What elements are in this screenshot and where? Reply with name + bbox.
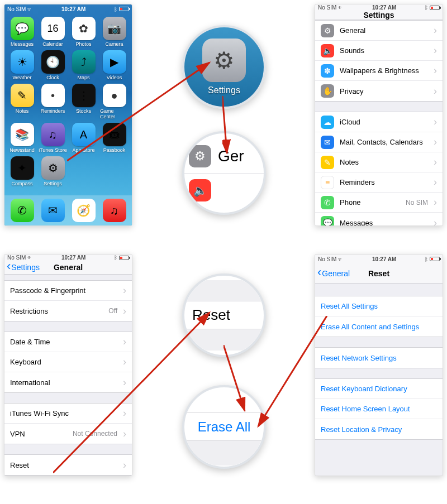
bluetooth-icon: ᛒ <box>425 256 428 262</box>
row-label: Messages <box>340 219 428 227</box>
app-icon: ☀ <box>11 50 34 74</box>
chevron-right-icon: › <box>434 156 437 168</box>
app-camera[interactable]: 📷Camera <box>100 17 129 47</box>
chevron-left-icon <box>317 269 321 278</box>
app-label: Photos <box>75 41 91 47</box>
settings-row-reminders[interactable]: ≡Reminders› <box>315 172 443 193</box>
row-label: Privacy <box>340 87 428 95</box>
row-date-time[interactable]: Date & Time› <box>4 332 132 352</box>
general-section: Date & Time›Keyboard›International› <box>4 332 132 393</box>
magnifier-text: Reset <box>184 301 264 329</box>
row-reset-home-screen-layout[interactable]: Reset Home Screen Layout <box>315 399 443 419</box>
chevron-right-icon: › <box>123 285 126 296</box>
settings-row-messages[interactable]: 💬Messages› <box>315 213 443 226</box>
row-restrictions[interactable]: RestrictionsOff› <box>4 301 132 321</box>
dock-app-safari[interactable]: 🧭 <box>72 199 96 222</box>
navbar: Settings <box>315 11 443 20</box>
row-icon: ✆ <box>321 196 334 209</box>
clock-label: 10:27 AM <box>372 4 397 11</box>
row-reset-all-settings[interactable]: Reset All Settings <box>315 296 443 316</box>
settings-row-general[interactable]: ⚙General› <box>315 21 443 41</box>
app-clock[interactable]: 🕙Clock <box>39 50 67 80</box>
app-messages[interactable]: 💬Messages <box>8 17 36 47</box>
app-game-center[interactable]: ●Game Center <box>100 84 129 119</box>
row-reset-keyboard-dictionary[interactable]: Reset Keyboard Dictionary <box>315 379 443 399</box>
settings-row-notes[interactable]: ✎Notes› <box>315 152 443 172</box>
row-detail: Off <box>108 307 117 315</box>
row-reset[interactable]: Reset› <box>4 455 132 475</box>
app-videos[interactable]: ▶Videos <box>100 50 129 80</box>
back-button[interactable]: Settings <box>7 263 40 272</box>
row-icon: 🔈 <box>321 44 334 57</box>
app-itunes-store[interactable]: ♫iTunes Store <box>39 123 67 153</box>
app-label: Reminders <box>41 108 65 114</box>
app-label: Clock <box>46 75 59 80</box>
app-notes[interactable]: ✎Notes <box>8 84 36 119</box>
row-label: Keyboard <box>10 358 117 366</box>
app-calendar[interactable]: 16Calendar <box>39 17 67 47</box>
magnifier-general-row: ⚙ Ger 🔈 <box>182 131 266 215</box>
clock-label: 10:27 AM <box>61 255 86 261</box>
chevron-right-icon: › <box>123 336 126 348</box>
back-button[interactable]: General <box>317 269 350 278</box>
app-maps[interactable]: ⤴Maps <box>69 50 98 80</box>
sounds-icon: 🔈 <box>189 179 211 201</box>
status-bar: No SIM ᯤ 10:27 AM ᛒ <box>4 255 132 261</box>
app-label: App Store <box>72 147 94 153</box>
row-label: Sounds <box>340 46 428 55</box>
settings-row-icloud[interactable]: ☁iCloud› <box>315 112 443 132</box>
app-label: Messages <box>11 41 34 47</box>
app-icon: • <box>41 84 65 107</box>
app-app-store[interactable]: AApp Store <box>69 123 98 153</box>
row-label: VPN <box>10 430 67 438</box>
app-stocks[interactable]: ⋮Stocks <box>69 84 98 119</box>
row-erase-all-content-and-settings[interactable]: Erase All Content and Settings <box>315 316 443 337</box>
row-reset-network-settings[interactable]: Reset Network Settings <box>315 348 443 368</box>
settings-row-wallpapers-brightness[interactable]: ✽Wallpapers & Brightness› <box>315 61 443 81</box>
app-reminders[interactable]: •Reminders <box>39 84 67 119</box>
chevron-right-icon: › <box>434 136 437 148</box>
app-label: Camera <box>105 41 123 47</box>
row-passcode-fingerprint[interactable]: Passcode & Fingerprint› <box>4 281 132 301</box>
row-label: Reset <box>10 461 117 469</box>
app-photos[interactable]: ✿Photos <box>69 17 98 47</box>
app-newsstand[interactable]: 📚Newsstand <box>8 123 36 153</box>
settings-section: ⚙General›🔈Sounds›✽Wallpapers & Brightnes… <box>315 20 443 102</box>
general-section: Passcode & Fingerprint›RestrictionsOff› <box>4 280 132 321</box>
app-label: Game Center <box>100 108 129 119</box>
row-icon: ✽ <box>321 64 334 78</box>
status-bar: No SIM ᯤ 10:27 AM ᛒ <box>315 4 443 11</box>
back-label: Settings <box>11 263 40 272</box>
battery-icon <box>119 7 129 11</box>
app-label: Weather <box>13 75 32 80</box>
app-label: Passbook <box>103 147 126 153</box>
settings-row-sounds[interactable]: 🔈Sounds› <box>315 41 443 61</box>
status-bar: No SIM ᯤ 10:27 AM ᛒ <box>4 4 132 13</box>
app-compass[interactable]: ✦Compass <box>8 156 36 186</box>
dock-app-music[interactable]: ♫ <box>103 199 126 222</box>
settings-row-phone[interactable]: ✆PhoneNo SIM› <box>315 193 443 213</box>
app-settings[interactable]: ⚙Settings <box>39 156 67 186</box>
app-weather[interactable]: ☀Weather <box>8 50 36 80</box>
app-passbook[interactable]: 🎟Passbook <box>100 123 129 153</box>
row-label: Date & Time <box>10 338 117 346</box>
settings-row-privacy[interactable]: ✋Privacy› <box>315 81 443 101</box>
settings-row-mail-contacts-calendars[interactable]: ✉Mail, Contacts, Calendars› <box>315 132 443 152</box>
navbar: General Reset <box>315 263 443 284</box>
app-icon: ⋮ <box>72 84 96 107</box>
battery-icon <box>119 256 129 260</box>
row-vpn[interactable]: VPNNot Connected› <box>4 424 132 444</box>
magnifier-text: Ger <box>218 147 244 165</box>
page-title: General <box>54 263 83 272</box>
dock-app-phone[interactable]: ✆ <box>11 199 34 222</box>
app-label: Stocks <box>76 108 91 114</box>
row-label: Phone <box>340 198 400 207</box>
row-international[interactable]: International› <box>4 372 132 392</box>
panel-general: No SIM ᯤ 10:27 AM ᛒ Settings General Pas… <box>4 254 132 476</box>
app-label: Calendar <box>42 41 63 47</box>
gear-icon: ⚙ <box>189 145 211 167</box>
row-itunes-wi-fi-sync[interactable]: iTunes Wi-Fi Sync› <box>4 404 132 424</box>
dock-app-mail[interactable]: ✉ <box>41 199 65 222</box>
row-reset-location-privacy[interactable]: Reset Location & Privacy <box>315 419 443 439</box>
row-keyboard[interactable]: Keyboard› <box>4 352 132 372</box>
